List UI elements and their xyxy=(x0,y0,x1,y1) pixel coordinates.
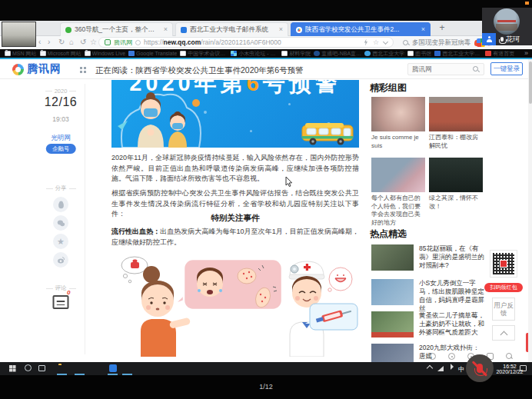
qq-share-icon[interactable] xyxy=(53,197,68,212)
university-icon xyxy=(364,51,371,56)
article-banner-image: 2020年第6号预警 xyxy=(111,80,359,148)
favorite-share-icon[interactable]: ★ xyxy=(53,234,68,249)
weibo-share-icon[interactable] xyxy=(53,252,68,268)
logo-text: 腾讯网 xyxy=(27,62,62,76)
new-tab-button[interactable]: + xyxy=(436,22,448,34)
emoji-icon[interactable] xyxy=(429,353,436,360)
globe-icon xyxy=(135,40,141,45)
wechat-share-icon[interactable] xyxy=(53,215,68,231)
mic-icon xyxy=(500,37,504,42)
recording-indicator-dot xyxy=(525,2,529,5)
hot-item-thumb[interactable] xyxy=(371,279,414,305)
hot-item-title[interactable]: 85花赵丽颖，在《有翡》里演的是盛明兰的对照副本? xyxy=(419,244,485,270)
mic-muted-bubble[interactable] xyxy=(466,354,494,382)
settings-gear-icon[interactable] xyxy=(448,353,455,360)
tab-favicon-icon xyxy=(296,27,302,33)
bookmark-item[interactable]: MSN 网站 xyxy=(5,50,37,58)
back-icon[interactable]: ‹ xyxy=(38,38,41,47)
bookmarks-overflow-chevron[interactable]: » xyxy=(524,49,528,57)
source-badge[interactable]: 企鹅号 xyxy=(46,144,76,154)
action-center-icon[interactable] xyxy=(520,365,527,371)
browser-tab-strip: 360导航_一个主页，整个世界 × 西北工业大学电子邮件系统 × 陕西省学校突发… xyxy=(0,21,532,36)
app-icon[interactable] xyxy=(109,364,117,372)
bookmark-item[interactable]: 材料学院 xyxy=(281,50,311,58)
bookmark-star-icon[interactable]: ☆ xyxy=(90,38,97,47)
participant-tile[interactable] xyxy=(482,33,496,45)
tab-title: 陕西省学校突发公共卫生事件2... xyxy=(305,25,418,35)
cortana-icon[interactable] xyxy=(25,364,32,371)
bookmark-item[interactable]: 西北工业大学电子邮... xyxy=(434,50,482,58)
apps-grid-icon[interactable] xyxy=(80,67,82,69)
close-icon[interactable]: × xyxy=(164,26,168,33)
start-icon[interactable] xyxy=(9,365,12,368)
scrollbar-thumb[interactable] xyxy=(529,62,532,104)
page-icon xyxy=(407,51,414,56)
address-bar[interactable]: 腾讯网 https://new.qq.com/rain/a/20201216A0… xyxy=(98,37,394,48)
translate-icon xyxy=(128,51,135,56)
speed-mode-icon[interactable] xyxy=(364,39,368,46)
hot-item-thumb[interactable] xyxy=(371,244,414,271)
participant-name: 花珂 xyxy=(506,35,520,45)
comment-icon[interactable] xyxy=(53,295,69,309)
zoom-icon[interactable] xyxy=(506,353,513,360)
tencent-logo[interactable]: 腾讯网 xyxy=(12,62,62,76)
gallery-caption[interactable]: 绿之其深，情怀不改！ xyxy=(429,195,483,211)
undo-icon[interactable]: ↺ xyxy=(80,38,86,47)
open-app-indicator xyxy=(122,374,132,375)
comment-label: 评论 xyxy=(37,284,85,292)
gallery-image[interactable] xyxy=(371,97,425,131)
participant-overlay[interactable]: 花珂 xyxy=(482,8,532,45)
bookmark-item[interactable]: 西北工业大学 xyxy=(364,50,404,58)
hot-item-thumb[interactable] xyxy=(371,311,414,337)
tab-title: 360导航_一个主页，整个世界 xyxy=(75,25,161,35)
tab-360-homepage[interactable]: 360导航_一个主页，整个世界 × xyxy=(60,22,173,36)
chevron-down-icon[interactable] xyxy=(383,38,388,44)
gallery-caption[interactable]: Je suis comme je suis xyxy=(371,134,425,150)
tab-active-article[interactable]: 陕西省学校突发公共卫生事件2... × xyxy=(291,22,431,36)
page-indicator: 1/12 xyxy=(0,383,532,391)
back-to-top-button[interactable] xyxy=(492,325,515,341)
qr-code xyxy=(490,250,517,278)
source-link[interactable]: 光明网 xyxy=(37,134,85,143)
site-search-input[interactable] xyxy=(412,65,470,73)
browser-toolbar: ‹ › ↻ ⌂ ↺ ☆ 腾讯网 https://new.qq.com/rain/… xyxy=(0,36,532,49)
bookmark-item[interactable]: 有道首页 xyxy=(485,50,514,58)
section-title: 特别关注事件 xyxy=(111,213,359,224)
bookmark-item[interactable]: Google Translate xyxy=(128,51,177,56)
gallery-caption[interactable]: 江西泰和：棚改房 解民忧 xyxy=(429,134,483,150)
hot-item-title[interactable]: 黄圣依二儿子摘草莓，土豪奶奶不让就砍，和外婆同框气质差距大 xyxy=(419,311,485,337)
close-icon[interactable]: × xyxy=(421,26,425,33)
feedback-button[interactable]: 用户反馈 xyxy=(492,298,515,321)
red-packet-button[interactable]: 扫码领红包 xyxy=(484,283,523,292)
tab-nwpu-mail[interactable]: 西北工业大学电子邮件系统 × xyxy=(175,22,288,36)
bookmark-item[interactable]: 中国学术会议网 收... xyxy=(180,50,228,58)
page-icon xyxy=(180,51,186,56)
gallery-caption[interactable]: 每个人都有自己的个人特色，我们要学会去发现自己美好的地方 xyxy=(371,195,425,227)
task-view-icon[interactable] xyxy=(38,365,45,371)
bookmark-item[interactable]: 小木虫论坛 - 学术科研... xyxy=(231,50,278,58)
gallery-image[interactable] xyxy=(429,97,483,131)
gallery-image[interactable] xyxy=(429,158,483,192)
login-button[interactable]: 一键登录 xyxy=(490,62,523,75)
folder-icon xyxy=(40,51,46,56)
participant-avatar xyxy=(494,8,520,35)
bookmark-item[interactable]: 图书馆 xyxy=(407,50,431,58)
article-paragraph: 流行性出血热：出血热发病大高峰为每年10月至次年1月，目前正值发病高峰期，应继续… xyxy=(111,227,359,248)
bookmark-item[interactable]: 直播吧-NBA直播(比... xyxy=(314,50,361,58)
hot-item-title[interactable]: 小S女儿秀倒立一字马，练出腹肌眼神坚定自信，妈妈直呼是霸屏丝 xyxy=(419,279,485,313)
gallery-image[interactable] xyxy=(371,158,425,192)
ime-indicator[interactable]: 中 xyxy=(458,365,465,374)
folder-icon xyxy=(85,51,91,56)
bookmark-item[interactable]: Windows Live xyxy=(85,51,125,56)
close-icon[interactable]: × xyxy=(279,26,283,33)
page-scrollbar[interactable] xyxy=(528,59,532,362)
forward-icon[interactable]: › xyxy=(48,38,50,47)
site-search-box[interactable] xyxy=(407,63,484,75)
article-paragraph: 2020年11月，全球新冠肺炎疫情持续蔓延，输入风险依然存在，国内外防控形势依然… xyxy=(111,153,359,185)
network-icon[interactable] xyxy=(437,366,444,371)
bookmark-item[interactable]: Microsoft 网站 xyxy=(40,50,81,58)
tray-expand-icon[interactable] xyxy=(427,365,433,371)
home-icon[interactable]: ⌂ xyxy=(69,38,74,47)
refresh-icon[interactable]: ↻ xyxy=(58,38,65,47)
favorite-star-icon[interactable]: ☆ xyxy=(373,39,379,46)
